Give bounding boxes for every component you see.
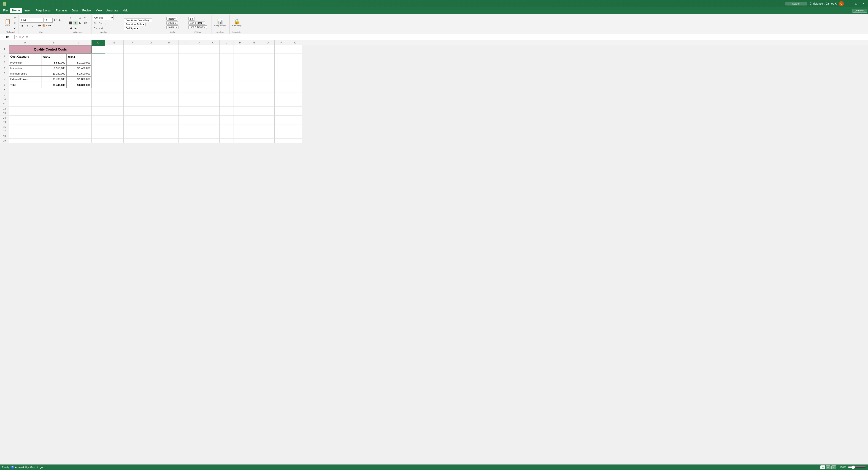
cell-h5[interactable] (160, 71, 179, 76)
cell-j10[interactable] (192, 97, 206, 102)
align-bottom-button[interactable]: ⊥ (78, 15, 83, 20)
cell-h4[interactable] (160, 65, 179, 71)
col-header-e[interactable]: E (105, 40, 124, 45)
cell-k3[interactable] (206, 60, 220, 65)
cell-b12[interactable] (41, 106, 66, 111)
cell-g10[interactable] (142, 97, 160, 102)
bold-button[interactable]: B (20, 23, 25, 28)
cell-e12[interactable] (105, 106, 124, 111)
cell-m19[interactable] (234, 138, 247, 143)
paste-button[interactable]: 📋 Paste (3, 18, 12, 28)
indent-increase-button[interactable]: ▶ (73, 26, 78, 30)
cell-d15[interactable] (92, 120, 105, 125)
cell-b9[interactable] (41, 93, 66, 97)
cell-k4[interactable] (206, 65, 220, 71)
cell-d16[interactable] (92, 125, 105, 129)
cell-i4[interactable] (179, 65, 192, 71)
cell-k6[interactable] (206, 76, 220, 82)
cell-g14[interactable] (142, 116, 160, 120)
col-header-a[interactable]: A (9, 40, 41, 45)
col-header-i[interactable]: I (179, 40, 192, 45)
percent-button[interactable]: % (98, 21, 103, 25)
cell-o19[interactable] (261, 138, 275, 143)
cell-k13[interactable] (206, 111, 220, 116)
cell-b15[interactable] (41, 120, 66, 125)
cell-e7[interactable] (105, 82, 124, 88)
cell-n1[interactable] (247, 45, 261, 54)
cell-q3[interactable] (288, 60, 302, 65)
cell-d14[interactable] (92, 116, 105, 120)
cell-c14[interactable] (66, 116, 92, 120)
align-right-button[interactable]: ▶ (78, 21, 83, 25)
cell-g9[interactable] (142, 93, 160, 97)
cell-c8[interactable] (66, 88, 92, 93)
cell-k10[interactable] (206, 97, 220, 102)
row-num-5[interactable]: 5 (0, 71, 9, 76)
cell-k17[interactable] (206, 129, 220, 134)
cell-m2[interactable] (234, 54, 247, 60)
cell-i11[interactable] (179, 102, 192, 106)
row-num-1[interactable]: 1 (0, 45, 9, 54)
format-button[interactable]: Format ▾ (166, 25, 179, 29)
cell-m1[interactable] (234, 45, 247, 54)
cell-c2[interactable]: Year 2 (66, 54, 92, 60)
cell-c4[interactable]: $ 1,400,000 (66, 65, 92, 71)
cell-b17[interactable] (41, 129, 66, 134)
search-box[interactable]: Search (785, 2, 807, 5)
menu-file[interactable]: File (1, 8, 10, 13)
cell-h12[interactable] (160, 106, 179, 111)
cell-q17[interactable] (288, 129, 302, 134)
cell-m10[interactable] (234, 97, 247, 102)
cell-p14[interactable] (275, 116, 288, 120)
cell-n11[interactable] (247, 102, 261, 106)
cell-l17[interactable] (220, 129, 234, 134)
cell-o12[interactable] (261, 106, 275, 111)
cell-d9[interactable] (92, 93, 105, 97)
cell-c3[interactable]: $ 1,100,000 (66, 60, 92, 65)
cell-a5[interactable]: Internal Failure (9, 71, 41, 76)
row-num-7[interactable]: 7 (0, 82, 9, 88)
cell-m11[interactable] (234, 102, 247, 106)
col-header-o[interactable]: O (261, 40, 275, 45)
cell-e3[interactable] (105, 60, 124, 65)
cell-k18[interactable] (206, 134, 220, 138)
cell-q4[interactable] (288, 65, 302, 71)
confirm-formula-button[interactable]: ✓ (22, 35, 25, 39)
indent-decrease-button[interactable]: ◀ (68, 26, 73, 30)
cell-i5[interactable] (179, 71, 192, 76)
cell-g3[interactable] (142, 60, 160, 65)
cell-m16[interactable] (234, 125, 247, 129)
cell-p3[interactable] (275, 60, 288, 65)
format-painter-button[interactable]: 🖌 (12, 26, 17, 30)
cell-c5[interactable]: $ 2,500,000 (66, 71, 92, 76)
insert-button[interactable]: Insert ▾ (166, 17, 177, 21)
cell-i9[interactable] (179, 93, 192, 97)
cell-d1[interactable] (92, 45, 105, 54)
cell-k12[interactable] (206, 106, 220, 111)
cell-d18[interactable] (92, 134, 105, 138)
cell-l19[interactable] (220, 138, 234, 143)
cell-f5[interactable] (124, 71, 142, 76)
cell-n7[interactable] (247, 82, 261, 88)
cell-h14[interactable] (160, 116, 179, 120)
zoom-slider[interactable] (848, 466, 866, 469)
cell-j14[interactable] (192, 116, 206, 120)
cell-j6[interactable] (192, 76, 206, 82)
cell-i12[interactable] (179, 106, 192, 111)
cell-e5[interactable] (105, 71, 124, 76)
cell-p6[interactable] (275, 76, 288, 82)
col-header-m[interactable]: M (234, 40, 247, 45)
cell-a2[interactable]: Cost Category (9, 54, 41, 60)
menu-home[interactable]: Home (10, 8, 22, 13)
cell-j8[interactable] (192, 88, 206, 93)
cell-e16[interactable] (105, 125, 124, 129)
cell-a3[interactable]: Prevention (9, 60, 41, 65)
cell-h18[interactable] (160, 134, 179, 138)
cell-a10[interactable] (9, 97, 41, 102)
cell-c6[interactable]: $ 1,800,000 (66, 76, 92, 82)
cell-d17[interactable] (92, 129, 105, 134)
cell-e2[interactable] (105, 54, 124, 60)
cell-p18[interactable] (275, 134, 288, 138)
cell-l3[interactable] (220, 60, 234, 65)
sort-filter-button[interactable]: Sort & Filter ▾ (188, 21, 206, 25)
